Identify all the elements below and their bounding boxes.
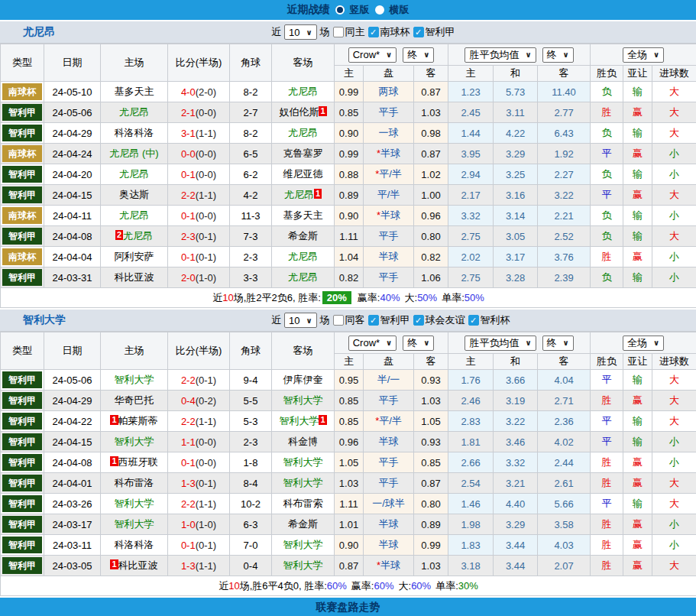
col-away: 客场 (272, 332, 335, 370)
handicap-cell: *半球 (364, 206, 414, 226)
league-filter-checkbox[interactable]: ✓ 南球杯 (368, 25, 410, 39)
team-name: 奴伯伦斯 (279, 106, 319, 118)
team-name: 阿利安萨 (115, 251, 154, 262)
wdl-result: 胜 (591, 556, 623, 576)
league-filter-checkbox[interactable]: ✓ 球会友谊 (413, 313, 465, 327)
home-odds: 0.89 (335, 185, 364, 206)
score-cell: 2-0(1-0) (168, 267, 230, 288)
team-name: 克鲁塞罗 (283, 148, 323, 159)
corner-cell: 7-3 (230, 226, 272, 247)
away-team-cell: 尤尼昂 (272, 267, 335, 288)
red-card-badge: 2 (115, 230, 123, 240)
scope-select[interactable]: 全场∨ (623, 336, 664, 351)
mean-home: 3.95 (448, 144, 494, 164)
league-type-cell: 智利甲 (1, 494, 44, 514)
odds-time-select[interactable]: 终∨ (403, 336, 434, 351)
team-name: 帕莱斯蒂 (118, 415, 158, 426)
chevron-down-icon: ∨ (653, 339, 659, 347)
league-filter-checkbox[interactable]: ✓ 智利杯 (468, 313, 510, 327)
bottom-bar-title[interactable]: 联赛盘路走势 (316, 601, 380, 614)
away-team-cell: 希金斯 (272, 514, 335, 535)
handicap-cell: 平手 (364, 102, 414, 123)
same-venue-checkbox[interactable]: 同主 (333, 25, 365, 39)
score-cell: 0-4(0-2) (168, 391, 230, 411)
mean-away: 2.07 (538, 556, 591, 576)
mean-home: 1.76 (448, 370, 494, 391)
score-cell: 1-1(0-0) (168, 432, 230, 452)
sub-goals: 进球数 (652, 354, 696, 370)
league-filter-checkbox[interactable]: ✓ 智利甲 (413, 25, 455, 39)
match-date: 24-05-06 (44, 102, 101, 123)
goals-result: 大 (652, 556, 696, 576)
vertical-layout-radio[interactable] (335, 5, 345, 15)
league-type-badge: 智利甲 (2, 371, 42, 388)
scope-select[interactable]: 全场∨ (623, 47, 664, 63)
odds-company-select[interactable]: Crow*∨ (348, 47, 397, 63)
goals-result: 小 (652, 247, 696, 267)
mean-home: 2.02 (448, 247, 494, 267)
wdl-result: 平 (591, 144, 623, 164)
match-count-select[interactable]: 10∨ (284, 24, 317, 40)
team-name: 尤尼昂 (288, 271, 318, 283)
handicap-cell: *平/半 (364, 164, 414, 185)
team-name: 华奇巴托 (115, 394, 154, 406)
asian-result: 输 (623, 206, 652, 226)
mean-odds-select[interactable]: 胜平负均值∨ (465, 47, 536, 63)
away-team-cell: 智利大学 (272, 473, 335, 494)
away-team-cell: 克鲁塞罗 (272, 144, 335, 164)
away-team-cell: 尤尼昂 (272, 82, 335, 102)
team-name: 智利大学 (115, 436, 154, 447)
mean-draw: 3.44 (494, 556, 538, 576)
odds-company-select[interactable]: Crow*∨ (348, 336, 397, 351)
same-venue-checkbox[interactable]: 同客 (333, 313, 365, 327)
mean-away: 2.61 (538, 473, 591, 494)
mean-draw: 5.73 (494, 82, 538, 102)
mean-time-select[interactable]: 终∨ (542, 336, 574, 351)
league-type-cell: 智利甲 (1, 267, 44, 288)
team-name: 奥达斯 (119, 189, 149, 200)
asian-result: 输 (623, 494, 652, 514)
away-team-cell: 伊库伊奎 (272, 370, 335, 391)
col-date: 日期 (44, 332, 101, 370)
match-row: 智利甲24-03-051科比亚波1-3(1-1)0-4智利大学0.87*半球1.… (1, 556, 696, 576)
mean-odds-select[interactable]: 胜平负均值∨ (465, 336, 536, 351)
asian-result: 输 (623, 370, 652, 391)
team-name: 科洛科洛 (115, 127, 154, 138)
league-type-badge: 南球杯 (2, 248, 42, 265)
home-team-cell: 科比亚波 (101, 267, 168, 288)
home-odds: 1.11 (335, 494, 364, 514)
away-team-cell: 智利大学 (272, 452, 335, 473)
wdl-result: 平 (591, 494, 623, 514)
match-count-select[interactable]: 10∨ (284, 313, 317, 328)
section-header-uchile: 智利大学 近 10∨ 场 同客 ✓ 智利甲 ✓ 球会友谊 ✓ 智利杯 (0, 310, 696, 332)
league-type-badge: 智利甲 (2, 413, 42, 430)
top-bar: 近期战绩 竖版 横版 (0, 0, 696, 20)
handicap-cell: 平手 (364, 452, 414, 473)
league-filter-checkbox[interactable]: ✓ 智利甲 (368, 313, 410, 327)
wdl-result: 平 (591, 370, 623, 391)
asian-result: 赢 (623, 247, 652, 267)
corner-cell: 11-3 (230, 206, 272, 226)
league-type-cell: 南球杯 (1, 206, 44, 226)
match-row: 智利甲24-03-26智利大学2-2(1-1)10-2科布雷索1.11一/球半0… (1, 494, 696, 514)
goals-result: 大 (652, 391, 696, 411)
checkbox-icon (333, 27, 344, 37)
home-team-cell: 智利大学 (101, 370, 168, 391)
horizontal-layout-radio[interactable] (375, 5, 384, 15)
mean-draw: 3.22 (494, 411, 538, 432)
mean-time-select[interactable]: 终∨ (542, 47, 574, 63)
league-type-badge: 南球杯 (2, 207, 42, 224)
league-type-badge: 智利甲 (2, 269, 42, 286)
away-team-cell: 奴伯伦斯1 (272, 102, 335, 123)
rate-item: 赢率:40% (358, 292, 400, 303)
near-label: 近 (271, 25, 281, 39)
home-odds: 0.90 (335, 535, 364, 556)
home-odds: 0.90 (335, 206, 364, 226)
match-date: 24-04-15 (44, 185, 101, 206)
mean-home: 1.44 (448, 123, 494, 144)
match-row: 智利甲24-04-082尤尼昂2-3(0-1)7-3希金斯1.11平手0.802… (1, 226, 696, 247)
odds-time-select[interactable]: 终∨ (403, 47, 434, 63)
mean-draw: 3.66 (494, 370, 538, 391)
checkbox-checked-icon: ✓ (413, 27, 424, 37)
wdl-result: 负 (591, 267, 623, 288)
